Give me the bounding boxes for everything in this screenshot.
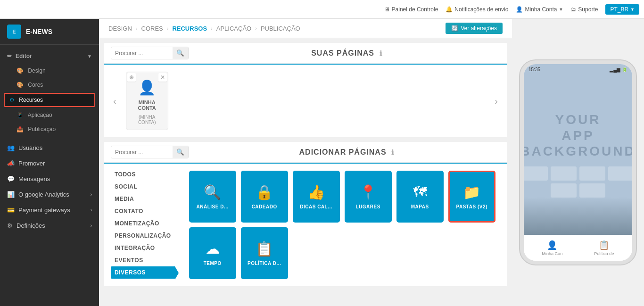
search-button[interactable]: 🔍: [173, 47, 188, 59]
page-label: MINHA CONTA: [131, 99, 163, 111]
minha-conta-link[interactable]: 👤 Minha Conta ▼: [516, 6, 563, 13]
phone-preview: 15:35 ▂▄▆ 🔋 YOUR APP BACKGROUND: [512, 19, 644, 306]
tile-dicas[interactable]: 👍 DICAS CAL...: [293, 171, 340, 223]
sidebar-item-mensagens[interactable]: 💬 Mensagens: [0, 171, 99, 187]
account-bottom-icon: 👤: [547, 240, 557, 250]
account-icon: 👤: [138, 79, 156, 96]
sidebar-item-payment[interactable]: 💳 Payment gateways ›: [0, 202, 99, 218]
phone-bottom-account-label: Minha Con: [542, 251, 563, 256]
policy-bottom-icon: 📋: [599, 240, 609, 250]
prev-page-button[interactable]: ‹: [108, 91, 121, 111]
sidebar-item-publicacao[interactable]: 📤 Publicação: [0, 122, 99, 136]
sidebar-item-analytics[interactable]: 📊 O google Analytics ›: [0, 187, 99, 202]
info-icon[interactable]: ℹ: [380, 50, 382, 57]
move-page-button[interactable]: ⊕: [127, 73, 136, 82]
sidebar-item-definicoes[interactable]: ⚙ Definições ›: [0, 218, 99, 233]
tile-analise-label: ANÁLISE D...: [197, 204, 229, 209]
tile-pastas[interactable]: 📁 PASTAS (V2): [448, 171, 495, 223]
tile-lugares-label: LUGARES: [355, 204, 380, 209]
next-page-button[interactable]: ›: [490, 91, 503, 111]
tile-politica[interactable]: 📋 POLÍTICA D...: [241, 227, 288, 279]
info-icon-add[interactable]: ℹ: [391, 149, 394, 156]
breadcrumb-publicacao[interactable]: PUBLICAÇÃO: [261, 25, 300, 32]
page-card-inner[interactable]: ⊕ ✕ 👤 MINHA CONTA (MINHA CONTA): [126, 72, 168, 130]
adicionar-paginas-panel: 🔍 ADICIONAR PÁGINAS ℹ TODOS SOCIAL MEDIA…: [104, 142, 507, 286]
tile-tempo[interactable]: ☁ TEMPO: [189, 227, 236, 279]
breadcrumb: DESIGN › CORES › RECURSOS › APLICAÇÃO › …: [108, 25, 446, 32]
cat-personalizacao[interactable]: PERSONALIZAÇÃO: [111, 230, 175, 242]
pages-grid: 🔍 ANÁLISE D... 🔒 CADEADO 👍 DICAS CAL...: [182, 164, 507, 286]
add-search-button[interactable]: 🔍: [173, 146, 188, 158]
refresh-icon: 🔄: [451, 25, 458, 32]
tile-analise[interactable]: 🔍 ANÁLISE D...: [189, 171, 236, 223]
support-icon: 🗂: [570, 6, 576, 13]
chevron-down-icon: ▼: [630, 7, 635, 12]
tile-cadeado[interactable]: 🔒 CADEADO: [241, 171, 288, 223]
logo-icon: E: [7, 25, 21, 39]
sidebar-item-design[interactable]: 🎨 Design: [0, 64, 99, 78]
sidebar: E E-NEWS ✏ Editor ▼ 🎨 Design 🎨 Cores ⚙ R…: [0, 19, 99, 306]
phone-bottom-bar: 👤 Minha Con 📋 Política de: [524, 235, 632, 261]
add-search-input[interactable]: [111, 147, 173, 158]
cat-integracao[interactable]: INTEGRAÇÃO: [111, 242, 175, 254]
sidebar-item-recursos[interactable]: ⚙ Recursos: [4, 93, 95, 107]
breadcrumb-cores[interactable]: CORES: [141, 25, 163, 32]
cat-social[interactable]: SOCIAL: [111, 181, 175, 193]
remove-page-button[interactable]: ✕: [158, 73, 167, 82]
politica-icon: 📋: [256, 240, 273, 257]
notificacoes-link[interactable]: 🔔 Notificações de envio: [446, 6, 508, 13]
cat-contato[interactable]: CONTATO: [111, 205, 175, 217]
sidebar-item-aplicacao[interactable]: 📱 Aplicação: [0, 108, 99, 122]
cadeado-icon: 🔒: [256, 184, 273, 200]
add-pages-content: TODOS SOCIAL MEDIA CONTATO MONETIZAÇÃO P…: [104, 164, 507, 286]
page-card-controls: ⊕ ✕: [127, 73, 167, 82]
message-icon: 💬: [7, 175, 15, 182]
phone-bg-text: YOUR APP BACKGROUND: [524, 112, 632, 159]
dashboard-icon: 🖥: [384, 6, 390, 13]
sidebar-item-cores[interactable]: 🎨 Cores: [0, 78, 99, 92]
categories-list: TODOS SOCIAL MEDIA CONTATO MONETIZAÇÃO P…: [104, 164, 182, 286]
phone-content: YOUR APP BACKGROUND: [524, 74, 632, 235]
ver-alteracoes-button[interactable]: 🔄 Ver alterações: [446, 23, 503, 34]
tempo-icon: ☁: [206, 240, 220, 257]
chevron-right-icon: ›: [91, 207, 92, 213]
cat-diversos[interactable]: DIVERSOS: [111, 266, 175, 279]
tile-cadeado-label: CADEADO: [252, 204, 277, 209]
adicionar-paginas-header: 🔍 ADICIONAR PÁGINAS ℹ: [104, 142, 507, 163]
recursos-icon: ⚙: [9, 97, 15, 103]
tile-lugares[interactable]: 📍 LUGARES: [345, 171, 392, 223]
painel-controle-link[interactable]: 🖥 Painel de Controle: [384, 6, 438, 13]
main-layout: E E-NEWS ✏ Editor ▼ 🎨 Design 🎨 Cores ⚙ R…: [0, 19, 644, 306]
cat-todos[interactable]: TODOS: [111, 168, 175, 181]
search-input[interactable]: [111, 48, 173, 59]
phone-bottom-policy-label: Política de: [594, 251, 614, 256]
breadcrumb-recursos[interactable]: RECURSOS: [172, 25, 207, 32]
sidebar-logo: E E-NEWS: [0, 19, 99, 45]
phone-signal-icon: ▂▄▆ 🔋: [610, 67, 627, 72]
users-icon: 👥: [7, 144, 15, 151]
cat-monetizacao[interactable]: MONETIZAÇÃO: [111, 217, 175, 230]
adicionar-search[interactable]: 🔍: [111, 146, 189, 158]
sidebar-editor[interactable]: ✏ Editor ▼: [0, 49, 99, 64]
breadcrumb-aplicacao[interactable]: APLICAÇÃO: [216, 25, 251, 32]
top-bar: 🖥 Painel de Controle 🔔 Notificações de e…: [0, 0, 644, 19]
phone-time: 15:35: [528, 67, 540, 72]
breadcrumb-design[interactable]: DESIGN: [108, 25, 132, 32]
suporte-link[interactable]: 🗂 Suporte: [570, 6, 598, 13]
pages-row: ‹ ⊕ ✕ 👤 MINHA CONTA (MINHA CONTA): [104, 65, 507, 137]
design-icon: 🎨: [17, 67, 24, 74]
analise-icon: 🔍: [204, 184, 221, 200]
page-sublabel: (MINHA CONTA): [131, 115, 163, 125]
bell-icon: 🔔: [446, 6, 453, 13]
language-button[interactable]: PT_BR ▼: [605, 4, 639, 15]
breadcrumb-sep-2: ›: [167, 25, 169, 31]
mapas-icon: 🗺: [413, 184, 427, 200]
tile-tempo-label: TEMPO: [204, 261, 222, 266]
sidebar-item-usuarios[interactable]: 👥 Usuários: [0, 140, 99, 156]
cat-eventos[interactable]: EVENTOS: [111, 254, 175, 266]
cat-media[interactable]: MEDIA: [111, 193, 175, 205]
sidebar-item-promover[interactable]: 📣 Promover: [0, 156, 99, 171]
tile-mapas[interactable]: 🗺 MAPAS: [396, 171, 444, 223]
publish-icon: 📤: [17, 126, 24, 132]
suas-paginas-search[interactable]: 🔍: [111, 47, 189, 59]
